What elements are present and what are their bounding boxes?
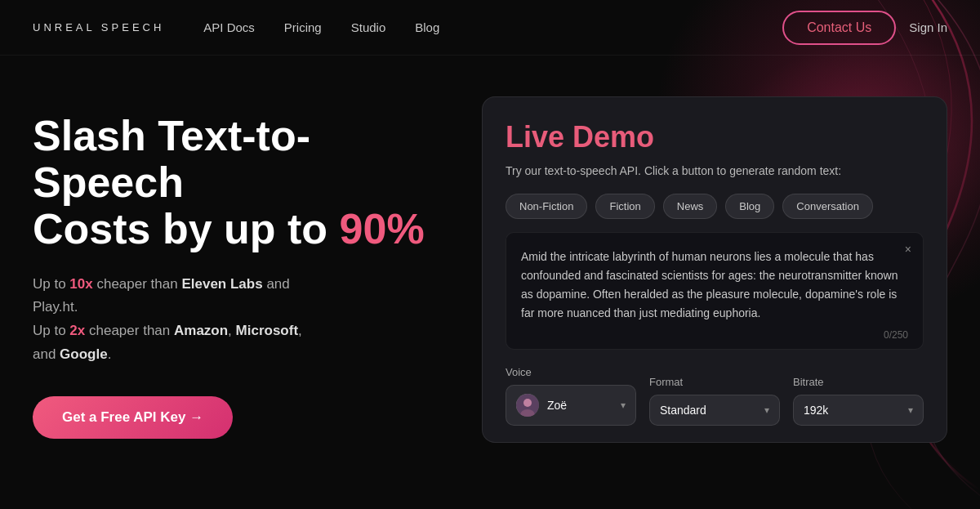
subtitle-p1: Up to 10x cheaper than Eleven Labs and	[33, 276, 290, 292]
pill-blog[interactable]: Blog	[725, 194, 774, 219]
hero-headline-line1: Slash Text-to-Speech	[33, 112, 310, 206]
bitrate-select[interactable]: 192k ▾	[793, 395, 924, 426]
format-value: Standard	[660, 404, 706, 417]
bitrate-label: Bitrate	[793, 376, 924, 388]
subtitle-p3: and Google.	[33, 346, 111, 362]
pill-nonfiction[interactable]: Non-Fiction	[506, 194, 587, 219]
pill-conversation[interactable]: Conversation	[782, 194, 873, 219]
main-content: Slash Text-to-Speech Costs by up to 90% …	[0, 56, 980, 443]
bitrate-value: 192k	[804, 404, 828, 417]
bitrate-chevron-icon: ▾	[908, 404, 913, 416]
hero-2x: 2x	[69, 323, 85, 338]
subtitle-p2: Up to 2x cheaper than Amazon, Microsoft,	[33, 323, 302, 338]
hero-subtitle: Up to 10x cheaper than Eleven Labs and P…	[33, 273, 433, 368]
sample-text: Amid the intricate labyrinth of human ne…	[521, 248, 908, 323]
voice-name: Zoë	[547, 399, 567, 412]
nav-link-pricing[interactable]: Pricing	[284, 20, 322, 34]
format-chevron-icon: ▾	[764, 404, 769, 416]
signin-button[interactable]: Sign In	[909, 20, 947, 34]
amazon: Amazon	[174, 323, 228, 338]
pill-fiction[interactable]: Fiction	[595, 194, 654, 219]
logo: UNREAL SPEECH	[33, 21, 164, 33]
voice-select[interactable]: Zoë ▾	[506, 385, 636, 426]
svg-point-1	[523, 399, 532, 407]
bitrate-select-inner: 192k	[804, 404, 828, 417]
format-control: Format Standard ▾	[649, 376, 780, 426]
nav-item-studio[interactable]: Studio	[351, 20, 386, 35]
hero-10x: 10x	[69, 276, 92, 292]
hero-headline-line2-prefix: Costs by up to	[33, 205, 340, 252]
format-label: Format	[649, 376, 780, 388]
cta-button[interactable]: Get a Free API Key →	[33, 396, 233, 439]
nav-item-pricing[interactable]: Pricing	[284, 20, 322, 35]
bitrate-control: Bitrate 192k ▾	[793, 376, 924, 426]
navigation: UNREAL SPEECH API Docs Pricing Studio Bl…	[0, 0, 980, 56]
voice-avatar	[516, 394, 539, 417]
contact-button[interactable]: Contact Us	[782, 11, 896, 45]
nav-link-apidocs[interactable]: API Docs	[203, 20, 255, 34]
nav-link-blog[interactable]: Blog	[415, 20, 439, 34]
voice-label: Voice	[506, 366, 636, 378]
sample-text-box: × Amid the intricate labyrinth of human …	[506, 232, 924, 350]
subtitle-play-ht: Play.ht.	[33, 299, 78, 315]
close-icon[interactable]: ×	[905, 243, 911, 256]
nav-left: UNREAL SPEECH API Docs Pricing Studio Bl…	[33, 20, 439, 35]
nav-item-apidocs[interactable]: API Docs	[203, 20, 255, 35]
eleven-labs: Eleven Labs	[181, 276, 262, 292]
hero-section: Slash Text-to-Speech Costs by up to 90% …	[33, 96, 433, 439]
pill-news[interactable]: News	[663, 194, 718, 219]
nav-link-studio[interactable]: Studio	[351, 20, 386, 34]
voice-chevron-icon: ▾	[621, 400, 626, 411]
nav-right: Contact Us Sign In	[782, 11, 947, 45]
voice-select-inner: Zoë	[516, 394, 567, 417]
microsoft: Microsoft	[236, 323, 299, 338]
demo-panel: Live Demo Try our text-to-speech API. Cl…	[482, 96, 947, 443]
voice-control: Voice Zoë ▾	[506, 366, 636, 426]
category-pills: Non-Fiction Fiction News Blog Conversati…	[506, 194, 924, 219]
demo-subtitle: Try our text-to-speech API. Click a butt…	[506, 164, 924, 177]
char-count: 0/250	[521, 329, 908, 341]
hero-headline-highlight: 90%	[340, 205, 425, 252]
nav-links: API Docs Pricing Studio Blog	[203, 20, 439, 35]
controls-row: Voice Zoë ▾	[506, 366, 924, 426]
demo-title: Live Demo	[506, 120, 924, 154]
nav-item-blog[interactable]: Blog	[415, 20, 439, 35]
format-select-inner: Standard	[660, 404, 706, 417]
google: Google	[60, 346, 108, 362]
hero-headline: Slash Text-to-Speech Costs by up to 90%	[33, 113, 433, 253]
format-select[interactable]: Standard ▾	[649, 395, 780, 426]
